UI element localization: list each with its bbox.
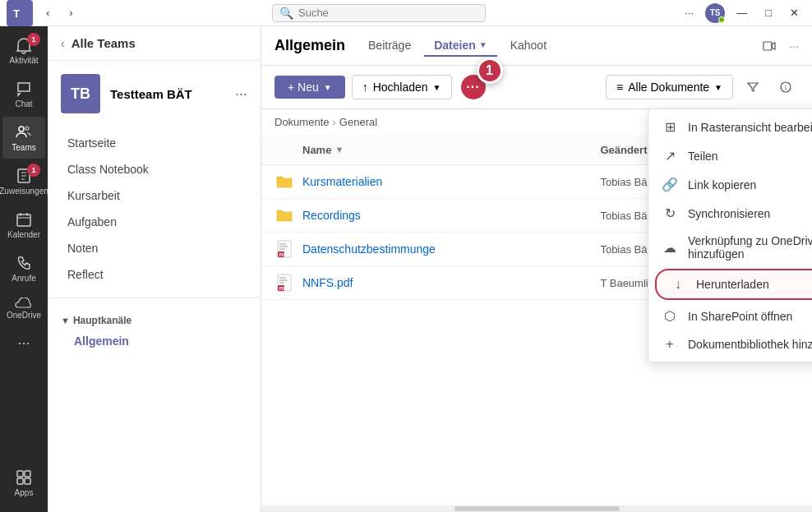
channel-item-allgemein[interactable]: Allgemein xyxy=(48,330,261,353)
tab-beitraege[interactable]: Beiträge xyxy=(358,35,421,57)
alle-dokumente-arrow: ▼ xyxy=(714,83,722,92)
breadcrumb-current: General xyxy=(339,116,377,128)
breadcrumb-root: Dokumente xyxy=(275,116,329,128)
nav-item-startseite[interactable]: Startseite xyxy=(48,130,261,156)
dropdown-item-link-kopieren[interactable]: 🔗 Link kopieren xyxy=(648,170,812,199)
name-sort-icon: ▼ xyxy=(334,145,344,155)
dropdown-item-sharepoint[interactable]: ⬡ In SharePoint öffnen xyxy=(648,302,812,330)
neu-dropdown-arrow: ▼ xyxy=(324,83,332,92)
main-layout: 1 Aktivität Chat Teams xyxy=(0,26,812,512)
close-button[interactable]: ✕ xyxy=(783,3,805,22)
share-icon: ↗ xyxy=(662,148,678,164)
nav-item-class-notebook[interactable]: Class Notebook xyxy=(48,156,261,182)
titlebar: T ‹ › 🔍 ··· TS — □ ✕ xyxy=(0,0,812,26)
svg-rect-8 xyxy=(25,478,30,484)
svg-rect-5 xyxy=(17,471,23,477)
anrufe-icon xyxy=(15,254,33,272)
toolbar: + Neu ▼ ↑ Hochladen ▼ ··· 1 ≡ Alle Dokum… xyxy=(261,66,812,109)
svg-text:T: T xyxy=(13,7,20,20)
download-icon: ↓ xyxy=(670,277,686,292)
tab-kahoot[interactable]: Kahoot xyxy=(501,35,556,57)
search-box: 🔍 xyxy=(272,4,486,22)
sidebar-item-kalender[interactable]: Kalender xyxy=(2,204,45,246)
dropdown-item-onedrive[interactable]: ☁ Verknüpfung zu OneDrive hinzufügen xyxy=(648,228,812,267)
upload-icon: ↑ xyxy=(362,81,368,94)
sidebar-title: Alle Teams xyxy=(72,36,136,50)
herunterladen-container: ↓ Herunterladen 2 xyxy=(648,269,812,300)
svg-text:i: i xyxy=(785,84,787,92)
zuweisungen-label: Zuweisungen xyxy=(0,187,48,196)
link-icon: 🔗 xyxy=(662,177,678,192)
file-col-name[interactable]: Name ▼ xyxy=(302,144,600,156)
sidebar-item-chat[interactable]: Chat xyxy=(2,73,45,115)
section-title-hauptkanaele: Hauptkanäle xyxy=(73,315,131,326)
onedrive-icon xyxy=(15,298,33,309)
info-button[interactable]: i xyxy=(773,77,799,97)
file-header-spacer xyxy=(275,140,294,159)
svg-text:PDF: PDF xyxy=(279,286,288,291)
team-info: TB Testteam BÄT ··· xyxy=(48,61,261,127)
nav-forward-button[interactable]: › xyxy=(62,3,79,22)
sidebar-back-button[interactable]: ‹ xyxy=(61,37,65,50)
apps-label: Apps xyxy=(15,488,34,497)
sidebar-item-teams[interactable]: Teams xyxy=(2,117,45,159)
alle-dokumente-button[interactable]: ≡ Alle Dokumente ▼ xyxy=(606,75,733,99)
content-area: Allgemein Beiträge Dateien ▼ Kahoot ··· … xyxy=(261,26,812,512)
nav-item-kursarbeit[interactable]: Kursarbeit xyxy=(48,182,261,209)
nav-item-aufgaben[interactable]: Aufgaben xyxy=(48,209,261,235)
dropdown-item-dokumentbibliothek[interactable]: + Dokumentbibliothek hinzufügen xyxy=(648,330,812,358)
nav-item-noten[interactable]: Noten xyxy=(48,235,261,261)
filter-icon: ≡ xyxy=(616,81,623,94)
sidebar-nav: Startseite Class Notebook Kursarbeit Auf… xyxy=(48,127,261,291)
sharepoint-icon: ⬡ xyxy=(662,308,678,324)
header-more-button[interactable]: ··· xyxy=(789,39,799,53)
sidebar-item-aktivitaet[interactable]: 1 Aktivität xyxy=(2,30,45,71)
pdf-icon: PDF xyxy=(275,239,294,259)
add-library-icon: + xyxy=(662,337,678,352)
more-icon: ··· xyxy=(17,334,30,352)
online-indicator xyxy=(718,16,725,23)
collapse-icon: ▼ xyxy=(61,316,70,325)
neu-button[interactable]: + Neu ▼ xyxy=(275,76,345,99)
sidebar-item-onedrive[interactable]: OneDrive xyxy=(2,291,45,326)
more-options-button[interactable]: ··· xyxy=(678,3,700,22)
dropdown-item-teilen[interactable]: ↗ Teilen xyxy=(648,141,812,170)
hochladen-button[interactable]: ↑ Hochladen ▼ xyxy=(352,75,452,99)
icon-bar-bottom: Apps xyxy=(2,462,45,512)
sidebar-item-more[interactable]: ··· xyxy=(2,328,45,358)
team-name: Testteam BÄT xyxy=(110,87,192,101)
nav-item-reflect[interactable]: Reflect xyxy=(48,261,261,288)
teams-icon xyxy=(15,123,33,141)
nav-back-button[interactable]: ‹ xyxy=(39,3,56,22)
funnel-filter-button[interactable] xyxy=(740,77,766,97)
sidebar-item-anrufe[interactable]: Anrufe xyxy=(2,247,45,289)
file-name-recordings: Recordings xyxy=(302,209,600,222)
dropdown-item-rasteransicht[interactable]: ⊞ In Rasteransicht bearbeiten xyxy=(648,113,812,141)
anrufe-label: Anrufe xyxy=(12,274,35,283)
minimize-button[interactable]: — xyxy=(730,3,754,22)
avatar-container: TS xyxy=(705,3,725,23)
scrollbar-container[interactable] xyxy=(261,505,812,512)
titlebar-search: 🔍 xyxy=(80,4,679,22)
apps-icon xyxy=(15,468,33,487)
dropdown-menu: ⊞ In Rasteransicht bearbeiten ↗ Teilen 🔗… xyxy=(648,108,812,362)
grid-icon: ⊞ xyxy=(662,119,678,135)
onedrive-link-icon: ☁ xyxy=(662,240,678,256)
sidebar-item-apps[interactable]: Apps xyxy=(2,462,45,504)
team-menu-button[interactable]: ··· xyxy=(235,85,247,103)
sync-icon: ↻ xyxy=(662,205,678,221)
search-input[interactable] xyxy=(298,7,463,19)
sidebar-item-zuweisungen[interactable]: 1 Zuweisungen xyxy=(2,160,45,202)
maximize-button[interactable]: □ xyxy=(759,3,778,22)
zuweisungen-badge: 1 xyxy=(27,164,40,177)
teams-label: Teams xyxy=(12,143,35,152)
video-button[interactable] xyxy=(756,36,782,56)
tab-dateien[interactable]: Dateien ▼ xyxy=(424,35,496,57)
dropdown-item-herunterladen[interactable]: ↓ Herunterladen xyxy=(655,269,812,300)
aktivitaet-label: Aktivität xyxy=(9,56,38,65)
funnel-icon xyxy=(746,81,759,94)
scrollbar-thumb[interactable] xyxy=(454,506,620,511)
sidebar-section-hauptkanaele: ▼ Hauptkanäle xyxy=(48,305,261,330)
team-avatar: TB xyxy=(61,74,100,113)
dropdown-item-synchronisieren[interactable]: ↻ Synchronisieren xyxy=(648,199,812,228)
